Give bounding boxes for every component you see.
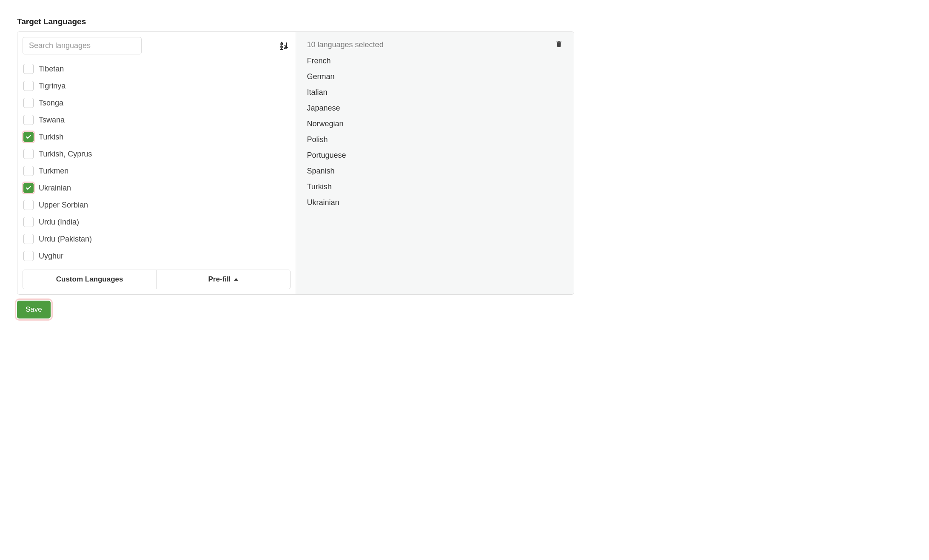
caret-up-icon — [234, 278, 238, 281]
language-item[interactable]: Tigrinya — [23, 77, 291, 94]
language-checkbox[interactable] — [23, 149, 34, 159]
language-checkbox[interactable] — [23, 234, 34, 244]
selected-language-item[interactable]: Portuguese — [307, 151, 563, 160]
sort-az-icon[interactable]: A Z — [279, 41, 289, 51]
selected-language-item[interactable]: German — [307, 72, 563, 81]
language-label: Tigrinya — [39, 82, 66, 91]
language-label: Urdu (Pakistan) — [39, 235, 92, 244]
selected-language-item[interactable]: Ukrainian — [307, 198, 563, 207]
language-checkbox[interactable] — [23, 115, 34, 125]
language-checkbox[interactable] — [23, 251, 34, 261]
language-checkbox[interactable] — [23, 166, 34, 176]
selected-language-item[interactable]: Japanese — [307, 104, 563, 113]
selected-language-item[interactable]: French — [307, 57, 563, 65]
section-title: Target Languages — [17, 17, 574, 26]
language-label: Turkish — [39, 133, 63, 142]
language-label: Tibetan — [39, 65, 64, 74]
custom-languages-button[interactable]: Custom Languages — [23, 270, 157, 289]
save-button-label: Save — [26, 305, 42, 313]
prefill-button[interactable]: Pre-fill — [157, 270, 290, 289]
svg-text:A: A — [280, 41, 283, 46]
language-label: Tswana — [39, 116, 65, 125]
language-checkbox[interactable] — [23, 81, 34, 91]
language-item[interactable]: Uyghur — [23, 247, 291, 264]
language-label: Ukrainian — [39, 184, 71, 193]
selected-list: FrenchGermanItalianJapaneseNorwegianPoli… — [296, 55, 574, 209]
search-row: A Z — [17, 32, 296, 59]
bottom-button-row: Custom Languages Pre-fill — [23, 270, 291, 289]
language-label: Turkmen — [39, 167, 68, 176]
language-item[interactable]: Tibetan — [23, 60, 291, 77]
language-item[interactable]: Turkish — [23, 128, 291, 145]
selected-language-item[interactable]: Turkish — [307, 182, 563, 191]
language-item[interactable]: Tsonga — [23, 94, 291, 111]
language-item[interactable]: Urdu (Pakistan) — [23, 230, 291, 247]
language-item[interactable]: Turkish, Cyprus — [23, 145, 291, 162]
language-label: Tsonga — [39, 99, 63, 108]
language-label: Upper Sorbian — [39, 201, 88, 210]
selected-language-item[interactable]: Polish — [307, 135, 563, 144]
language-item[interactable]: Urdu (India) — [23, 213, 291, 230]
selected-count-label: 10 languages selected — [307, 40, 384, 49]
language-checkbox[interactable] — [23, 183, 34, 193]
language-label: Turkish, Cyprus — [39, 150, 92, 159]
language-item[interactable]: Ukrainian — [23, 179, 291, 196]
prefill-label: Pre-fill — [208, 275, 231, 284]
language-item[interactable]: Tswana — [23, 111, 291, 128]
language-label: Urdu (India) — [39, 218, 79, 227]
language-checkbox[interactable] — [23, 98, 34, 108]
language-list[interactable]: TibetanTigrinyaTsongaTswanaTurkishTurkis… — [17, 59, 296, 264]
language-checkbox[interactable] — [23, 200, 34, 210]
selected-languages-panel: 10 languages selected FrenchGermanItalia… — [296, 32, 574, 294]
selected-language-item[interactable]: Norwegian — [307, 119, 563, 128]
selected-header: 10 languages selected — [296, 32, 574, 55]
language-checkbox[interactable] — [23, 132, 34, 142]
available-languages-panel: A Z TibetanTigrinyaTsongaTswanaTurkishTu… — [17, 32, 296, 294]
language-checkbox[interactable] — [23, 64, 34, 74]
language-item[interactable]: Turkmen — [23, 162, 291, 179]
trash-icon[interactable] — [555, 40, 563, 50]
language-checkbox[interactable] — [23, 217, 34, 227]
selected-language-item[interactable]: Italian — [307, 88, 563, 97]
language-label: Uyghur — [39, 252, 63, 261]
custom-languages-label: Custom Languages — [56, 275, 123, 284]
selected-language-item[interactable]: Spanish — [307, 167, 563, 176]
save-button[interactable]: Save — [17, 301, 51, 318]
search-input[interactable] — [23, 37, 142, 54]
language-item[interactable]: Upper Sorbian — [23, 196, 291, 213]
target-languages-panel: A Z TibetanTigrinyaTsongaTswanaTurkishTu… — [17, 31, 574, 295]
